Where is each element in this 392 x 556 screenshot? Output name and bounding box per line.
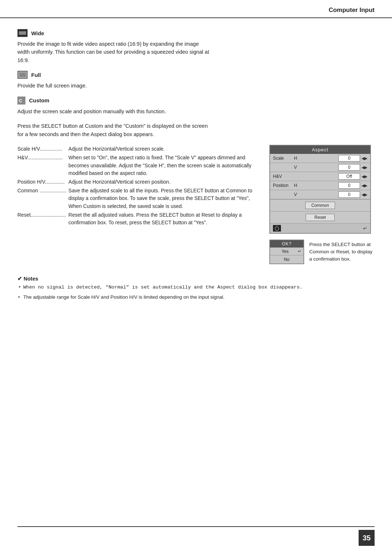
def-term-position: Position H/V.............. xyxy=(17,178,69,187)
def-def-scale: Adjust the Horizontal/Vertical screen sc… xyxy=(69,145,258,154)
wide-label: Wide xyxy=(31,30,44,36)
def-def-position: Adjust the Horizontal/Vertical screen po… xyxy=(69,178,258,187)
confirm-row-no: No xyxy=(270,255,303,263)
aspect-arrow-hv: ◀▶ xyxy=(362,174,367,179)
def-row-common: Common ................... Save the adju… xyxy=(17,187,258,211)
aspect-row-position-h: Position H 0 ◀▶ xyxy=(270,181,370,190)
definition-list-area: Scale H/V................ Adjust the Hor… xyxy=(17,145,258,227)
aspect-reset-row: Reset xyxy=(270,211,370,223)
full-body: Provide the full screen image. xyxy=(17,82,210,90)
reset-button[interactable]: Reset xyxy=(306,214,335,221)
aspect-row-scale-v: V 0 ◀▶ xyxy=(270,163,370,172)
aspect-row-scale-h: Scale H 0 ◀▶ xyxy=(270,154,370,163)
def-table: Scale H/V................ Adjust the Hor… xyxy=(17,145,258,227)
bottom-rule xyxy=(17,526,375,527)
def-def-hv: When set to "On", the aspect ratio is fi… xyxy=(69,154,258,178)
aspect-arrow-position-h: ◀▶ xyxy=(362,183,367,188)
confirm-row-yes: Yes ↵ xyxy=(270,248,303,255)
enter-icon: ↵ xyxy=(363,225,367,231)
aspect-value-position-h: 0 xyxy=(338,182,360,189)
wide-heading: Wide xyxy=(17,29,375,37)
custom-label: Custom xyxy=(29,97,49,103)
two-col-layout: Scale H/V................ Adjust the Hor… xyxy=(17,145,375,264)
wide-icon xyxy=(17,29,28,37)
full-label: Full xyxy=(31,72,41,78)
def-term-common: Common ................... xyxy=(17,187,69,211)
def-term-scale: Scale H/V................ xyxy=(17,145,69,154)
svg-rect-4 xyxy=(19,73,26,77)
def-row-position: Position H/V.............. Adjust the Ho… xyxy=(17,178,258,187)
confirm-dialog: OK? Yes ↵ No xyxy=(269,240,304,264)
full-icon xyxy=(17,71,28,79)
aspect-value-hv: Off xyxy=(338,173,360,180)
svg-rect-9 xyxy=(275,226,278,227)
aspect-sublabel-pos-h: H xyxy=(294,183,300,188)
aspect-bottom-row: ↵ xyxy=(270,223,370,233)
aspect-value-position-v: 0 xyxy=(338,191,360,198)
wide-body: Provide the image to fit wide video aspe… xyxy=(17,40,210,64)
confirm-caption: Press the SELECT button at Common or Res… xyxy=(309,241,375,263)
svg-rect-1 xyxy=(19,31,26,35)
aspect-arrow-scale-v: ◀▶ xyxy=(362,165,367,170)
confirm-no-label: No xyxy=(272,257,301,262)
svg-text:C: C xyxy=(19,98,23,103)
custom-body1: Adjust the screen scale and position man… xyxy=(17,107,210,115)
def-def-reset: Reset the all adjusted values. Press the… xyxy=(69,211,258,227)
aspect-label-hv: H&V xyxy=(273,174,294,179)
notes-heading: ✔ Notes xyxy=(17,276,375,282)
aspect-common-row: Common xyxy=(270,199,370,211)
page-header: Computer Input xyxy=(0,0,392,18)
right-col: Aspect Scale H 0 ◀▶ V 0 ◀▶ xyxy=(269,145,375,264)
common-button[interactable]: Common xyxy=(305,202,335,209)
aspect-value-scale-h: 0 xyxy=(338,155,360,162)
confirm-yes-label: Yes xyxy=(272,249,298,254)
confirm-area: OK? Yes ↵ No Press the SELECT button at … xyxy=(269,240,375,264)
aspect-label-position: Position xyxy=(273,183,294,188)
camera-icon xyxy=(273,225,281,232)
def-row-scale: Scale H/V................ Adjust the Hor… xyxy=(17,145,258,154)
def-term-reset: Reset......................... xyxy=(17,211,69,227)
custom-heading: C Custom xyxy=(17,97,375,105)
aspect-arrow-position-v: ◀▶ xyxy=(362,192,367,197)
aspect-sublabel-v: V xyxy=(294,165,300,170)
aspect-row-position-v: V 0 ◀▶ xyxy=(270,190,370,199)
page-number: 35 xyxy=(359,530,375,546)
confirm-title: OK? xyxy=(270,240,303,248)
def-row-reset: Reset......................... Reset the… xyxy=(17,211,258,227)
confirm-yes-arrow: ↵ xyxy=(298,249,301,254)
full-heading: Full xyxy=(17,71,375,79)
notes-list: When no signal is detected, "Normal" is … xyxy=(17,284,375,301)
aspect-sublabel-h: H xyxy=(294,156,300,161)
notes-section: ✔ Notes When no signal is detected, "Nor… xyxy=(17,276,375,301)
def-row-hv: H&V......................... When set to… xyxy=(17,154,258,178)
aspect-label-scale: Scale xyxy=(273,156,294,161)
aspect-value-scale-v: 0 xyxy=(338,164,360,171)
aspect-dialog-title: Aspect xyxy=(270,146,370,154)
def-term-hv: H&V......................... xyxy=(17,154,69,178)
notes-item-1: When no signal is detected, "Normal" is … xyxy=(17,284,375,291)
custom-icon: C xyxy=(17,97,25,105)
aspect-row-hv: H&V Off ◀▶ xyxy=(270,172,370,181)
aspect-arrow-scale-h: ◀▶ xyxy=(362,156,367,161)
def-def-common: Save the adjusted scale to all the input… xyxy=(69,187,258,211)
aspect-dialog: Aspect Scale H 0 ◀▶ V 0 ◀▶ xyxy=(269,145,371,234)
custom-body2: Press the SELECT button at Custom and th… xyxy=(17,122,210,138)
notes-item-2: The adjustable range for Scale H/V and P… xyxy=(17,294,375,301)
aspect-sublabel-pos-v: V xyxy=(294,192,300,197)
